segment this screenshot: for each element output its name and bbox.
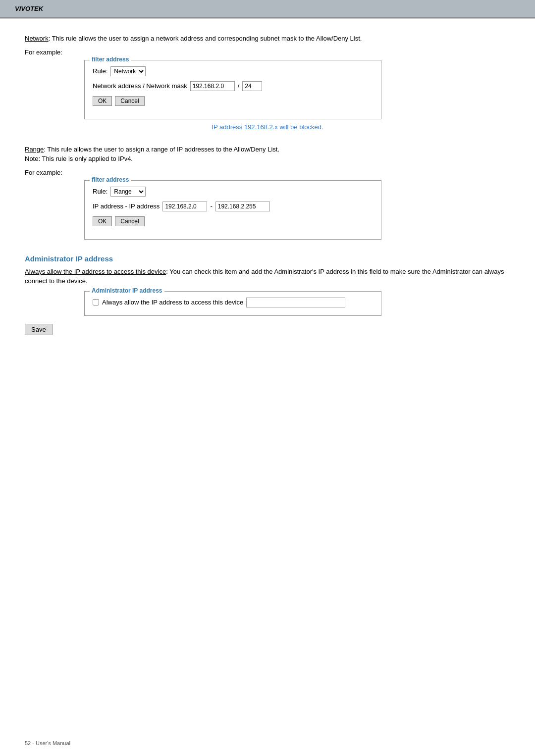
range-rule-select[interactable]: Range Network Single: [110, 187, 146, 197]
page-wrapper: VIVOTEK Network: This rule allows the us…: [0, 0, 535, 756]
range-ip-end-input[interactable]: [215, 202, 270, 211]
network-intro-paragraph: Network: This rule allows the user to as…: [25, 34, 510, 44]
admin-section-title: Administrator IP address: [25, 254, 510, 263]
network-link: Network: [25, 35, 49, 42]
network-cancel-button[interactable]: Cancel: [115, 96, 144, 106]
admin-link: Always allow the IP address to access th…: [25, 268, 166, 275]
network-ok-button[interactable]: OK: [93, 96, 112, 106]
range-buttons-row: OK Cancel: [93, 216, 373, 226]
admin-checkbox-row: Always allow the IP address to access th…: [93, 298, 373, 307]
admin-intro-paragraph: Always allow the IP address to access th…: [25, 267, 510, 286]
range-ok-button[interactable]: OK: [93, 216, 112, 226]
brand-logo: VIVOTEK: [15, 5, 43, 12]
network-filter-title: filter address: [90, 56, 131, 63]
range-rule-row: Rule: Range Network Single: [93, 187, 373, 197]
range-ip-row: IP address - IP address -: [93, 202, 373, 211]
network-rule-select[interactable]: Network Range Single: [110, 66, 146, 76]
range-link: Range: [25, 146, 44, 153]
range-intro-text: : This rule allows the user to assign a …: [44, 146, 279, 153]
range-note-text: Note: This rule is only applied to IPv4.: [25, 155, 133, 162]
range-for-example: For example:: [25, 169, 510, 176]
network-for-example: For example:: [25, 49, 510, 56]
network-ip-input[interactable]: [190, 81, 235, 91]
network-ip-note: IP address 192.168.2.x will be blocked.: [25, 123, 510, 131]
admin-allow-checkbox[interactable]: [93, 299, 99, 305]
range-filter-box: filter address Rule: Range Network Singl…: [84, 180, 381, 240]
network-filter-box: filter address Rule: Network Range Singl…: [84, 60, 381, 119]
network-mask-row: Network address / Network mask /: [93, 81, 373, 91]
network-buttons-row: OK Cancel: [93, 96, 373, 106]
admin-checkbox-label: Always allow the IP address to access th…: [102, 299, 243, 306]
range-rule-label: Rule:: [93, 188, 107, 195]
range-ip-start-input[interactable]: [162, 202, 207, 211]
footer-text: 52 - User's Manual: [25, 740, 70, 746]
header: VIVOTEK: [0, 0, 535, 18]
range-intro-paragraph: Range: This rule allows the user to assi…: [25, 145, 510, 164]
network-rule-row: Rule: Network Range Single: [93, 66, 373, 76]
network-mask-label: Network address / Network mask: [93, 82, 187, 90]
main-content: Network: This rule allows the user to as…: [0, 19, 535, 360]
range-dash: -: [210, 202, 212, 210]
network-mask-input[interactable]: [242, 81, 262, 91]
save-button[interactable]: Save: [25, 324, 53, 335]
admin-box-title: Administrator IP address: [90, 287, 164, 294]
range-filter-title: filter address: [90, 176, 131, 183]
range-cancel-button[interactable]: Cancel: [115, 216, 144, 226]
admin-ip-box: Administrator IP address Always allow th…: [84, 291, 381, 316]
admin-ip-input[interactable]: [246, 298, 345, 307]
network-rule-label: Rule:: [93, 67, 107, 75]
network-intro-text: : This rule allows the user to assign a …: [49, 35, 362, 42]
range-ip-label: IP address - IP address: [93, 202, 160, 210]
mask-slash: /: [238, 82, 240, 90]
